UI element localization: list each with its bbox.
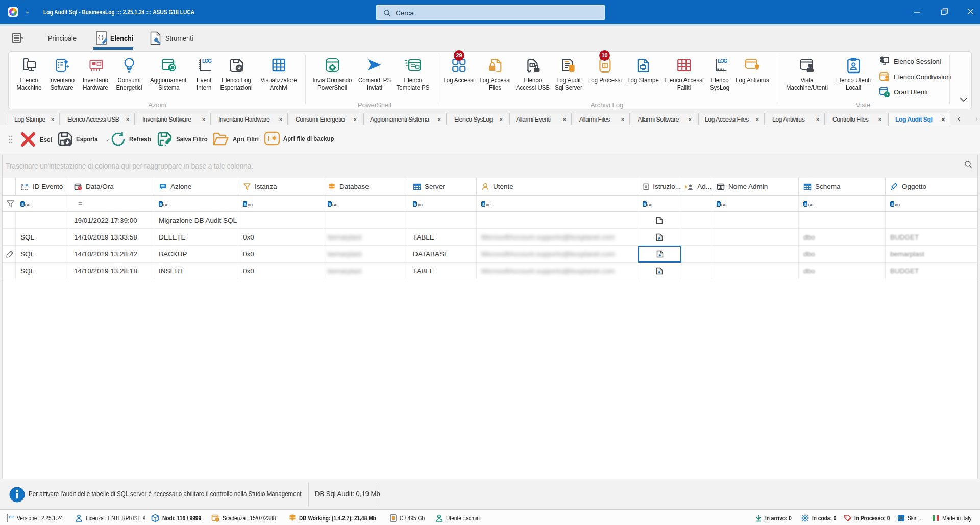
svg-text:A: A: [658, 270, 661, 274]
svg-text:10²: 10²: [9, 515, 14, 519]
svg-text:LOG: LOG: [718, 58, 727, 64]
svg-text:LOG: LOG: [202, 58, 212, 64]
svg-text:A: A: [658, 236, 661, 241]
svg-text:LOG: LOG: [22, 183, 30, 187]
svg-text:A: A: [658, 253, 662, 257]
svg-text:{ }: { }: [98, 34, 104, 40]
